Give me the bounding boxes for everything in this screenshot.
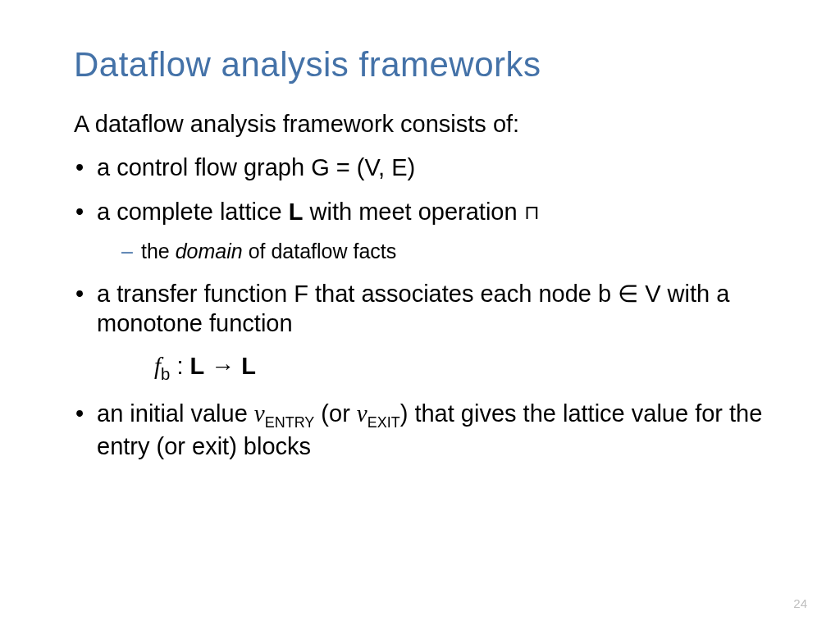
bullet-2-post: with meet operation	[303, 199, 523, 225]
sub-bullet-item: the domain of dataflow facts	[121, 239, 766, 264]
main-bullet-list: a control flow graph G = (V, E) a comple…	[74, 153, 766, 338]
page-number: 24	[793, 596, 807, 610]
arrow-symbol: →	[204, 353, 241, 379]
formula-L2: L	[241, 353, 256, 379]
formula-L1: L	[190, 353, 205, 379]
bullet-3-pre: a transfer function F that associates ea…	[97, 281, 618, 307]
slide-title: Dataflow analysis frameworks	[74, 45, 766, 84]
bullet-4-exit: EXIT	[368, 414, 400, 431]
sub-bullet-domain: domain	[176, 240, 243, 262]
bullet-item-2: a complete lattice L with meet operation…	[74, 197, 766, 264]
slide-container: Dataflow analysis frameworks A dataflow …	[0, 0, 840, 630]
sub-bullet-post: of dataflow facts	[243, 240, 397, 262]
bullet-2-L: L	[289, 199, 304, 225]
formula-sub-b: b	[161, 365, 170, 383]
bullet-1-text: a control flow graph G = (V, E)	[97, 154, 415, 180]
bullet-4-or: (or	[314, 400, 357, 427]
bullet-4-v1: v	[254, 400, 265, 427]
sub-bullet-list: the domain of dataflow facts	[97, 239, 766, 264]
formula-colon: :	[170, 353, 189, 379]
sub-bullet-pre: the	[141, 240, 176, 262]
formula-line: fb : L → L	[74, 353, 766, 384]
bullet-item-4: an initial value vENTRY (or vEXIT) that …	[74, 399, 766, 462]
formula-f: f	[154, 353, 161, 379]
meet-symbol: ⊓	[524, 201, 540, 223]
intro-text: A dataflow analysis framework consists o…	[74, 111, 766, 138]
bullet-4-v2: v	[357, 400, 368, 427]
bullet-2-pre: a complete lattice	[97, 199, 289, 225]
main-bullet-list-continued: an initial value vENTRY (or vEXIT) that …	[74, 399, 766, 462]
bullet-item-1: a control flow graph G = (V, E)	[74, 153, 766, 182]
element-of-symbol: ∈	[618, 281, 638, 307]
bullet-4-pre: an initial value	[97, 400, 254, 427]
bullet-item-3: a transfer function F that associates ea…	[74, 279, 766, 339]
bullet-4-entry: ENTRY	[265, 414, 315, 431]
